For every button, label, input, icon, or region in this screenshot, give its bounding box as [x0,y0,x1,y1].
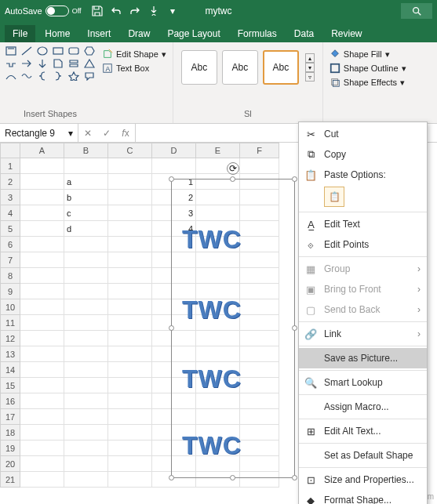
col-F[interactable]: F [240,143,279,158]
shape-oval-icon[interactable] [36,45,49,56]
fx-icon[interactable]: fx [116,128,135,139]
ctx-smart-lookup[interactable]: 🔍Smart Lookup [299,372,427,393]
cell[interactable] [20,346,64,362]
select-all-corner[interactable] [0,143,20,158]
col-C[interactable]: C [108,143,152,158]
resize-handle[interactable] [169,176,174,182]
cell[interactable] [20,378,64,393]
rotate-handle-icon[interactable]: ⟳ [227,162,239,175]
cell[interactable] [20,315,64,331]
cell[interactable] [64,362,108,378]
cell[interactable] [64,378,108,393]
ctx-set-default-shape[interactable]: Set as Default Shape [299,445,427,466]
cell[interactable] [108,441,152,456]
cell[interactable] [20,441,64,456]
row-header[interactable]: 18 [0,425,20,441]
cancel-icon[interactable]: ✕ [78,128,97,139]
tab-draw[interactable]: Draw [120,25,158,42]
row-header[interactable]: 20 [0,456,20,472]
cell[interactable] [64,472,108,488]
cell[interactable]: b [64,190,108,205]
ctx-size-properties[interactable]: ⊡Size and Properties... [299,470,427,490]
qat-dropdown-icon[interactable]: ▾ [166,5,179,17]
tab-data[interactable]: Data [286,25,322,42]
cell[interactable]: a [64,174,108,190]
col-B[interactable]: B [64,143,108,158]
gallery-spinner[interactable]: ▴▾▿ [305,53,315,82]
row-header[interactable]: 19 [0,441,20,456]
search-button[interactable] [401,3,432,19]
cell[interactable] [108,346,152,362]
cell[interactable] [20,158,64,174]
cell[interactable] [64,441,108,456]
cell[interactable] [20,409,64,425]
shape-curve-icon[interactable] [5,71,17,82]
resize-handle[interactable] [169,475,174,480]
cell[interactable] [20,237,64,252]
shapes-gallery[interactable] [5,45,96,82]
shape-style-3[interactable]: Abc [263,50,299,85]
cell[interactable] [64,252,108,268]
undo-icon[interactable] [110,5,122,17]
name-box[interactable]: Rectangle 9 ▾ [0,124,78,142]
shape-line-icon[interactable] [20,45,33,56]
row-header[interactable]: 12 [0,331,20,346]
cell[interactable] [64,299,108,315]
cell[interactable] [20,456,64,472]
resize-handle[interactable] [292,475,297,480]
shape-triangle-icon[interactable] [83,58,96,69]
shape-star-icon[interactable] [67,71,80,82]
shape-style-1[interactable]: Abc [181,50,217,85]
ctx-cut[interactable]: ✂Cut [299,124,427,144]
cell[interactable] [20,174,64,190]
cell[interactable] [64,268,108,284]
cell[interactable] [20,284,64,299]
shape-fill-button[interactable]: Shape Fill▾ [330,49,406,60]
cell[interactable] [108,362,152,378]
cell[interactable] [64,393,108,409]
cell[interactable]: d [64,221,108,237]
row-header[interactable]: 6 [0,237,20,252]
cell[interactable] [20,268,64,284]
shape-style-2[interactable]: Abc [222,50,258,85]
cell[interactable] [240,158,279,174]
shape-rect-icon[interactable] [52,45,64,56]
resize-handle[interactable] [292,325,297,331]
name-box-dropdown-icon[interactable]: ▾ [68,128,73,139]
shape-brace-icon[interactable] [36,71,49,82]
save-icon[interactable] [91,5,104,17]
cell[interactable] [108,299,152,315]
paste-option-button[interactable]: 📋 [324,187,344,207]
shape-effects-button[interactable]: Shape Effects▾ [330,77,406,88]
ctx-assign-macro[interactable]: Assign Macro... [299,397,427,417]
row-header[interactable]: 5 [0,221,20,237]
tab-review[interactable]: Review [323,25,370,42]
text-box-button[interactable]: A Text Box [102,63,166,74]
shape-callout-icon[interactable] [83,71,96,82]
cell[interactable] [108,237,152,252]
row-header[interactable]: 14 [0,362,20,378]
cell[interactable] [108,284,152,299]
cell[interactable] [108,456,152,472]
cell[interactable] [20,331,64,346]
cell[interactable] [20,425,64,441]
cell[interactable] [108,315,152,331]
row-header[interactable]: 17 [0,409,20,425]
shape-freeform-icon[interactable] [20,71,33,82]
shape-downarrow-icon[interactable] [36,58,49,69]
tab-home[interactable]: Home [37,25,78,42]
enter-icon[interactable]: ✓ [97,128,116,139]
cell[interactable] [20,205,64,221]
shape-arrow-icon[interactable] [20,58,33,69]
row-header[interactable]: 16 [0,393,20,409]
edit-shape-button[interactable]: Edit Shape▾ [102,49,166,60]
cell[interactable] [64,158,108,174]
cell[interactable]: c [64,205,108,221]
autosave-toggle[interactable]: AutoSave Off [5,5,82,16]
row-header[interactable]: 21 [0,472,20,488]
shape-connector-icon[interactable] [5,58,17,69]
cell[interactable] [108,472,152,488]
cell[interactable] [64,284,108,299]
row-header[interactable]: 1 [0,158,20,174]
row-header[interactable]: 10 [0,299,20,315]
